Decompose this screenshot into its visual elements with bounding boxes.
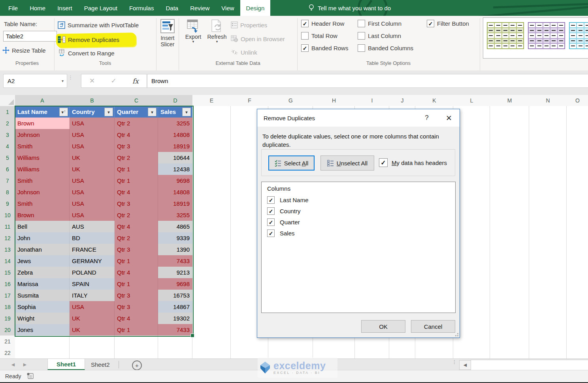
- cell-M10[interactable]: [490, 209, 529, 221]
- cell-M14[interactable]: [490, 255, 529, 267]
- column-header-E[interactable]: E: [192, 95, 231, 106]
- macro-record-icon[interactable]: [27, 373, 34, 379]
- sheet-tab-sheet2[interactable]: Sheet2: [82, 359, 119, 370]
- cell-A5[interactable]: Williams: [15, 152, 70, 164]
- cell-M22[interactable]: [490, 347, 529, 358]
- cell-B6[interactable]: UK: [70, 163, 115, 175]
- table-style-swatch-purple-table-style[interactable]: [528, 23, 565, 49]
- header-cell-quarter[interactable]: Quarter▾: [115, 106, 158, 118]
- cell-C5[interactable]: Qtr 2: [115, 152, 158, 164]
- cell-M18[interactable]: [490, 301, 529, 313]
- cell-C13[interactable]: Qtr 3: [115, 244, 158, 256]
- cell-A11[interactable]: Bell: [15, 221, 70, 233]
- ribbon-tab-design[interactable]: Design: [240, 0, 271, 16]
- cell-E22[interactable]: [192, 347, 231, 358]
- row-header-17[interactable]: 17: [0, 290, 16, 301]
- cell-A6[interactable]: Williams: [15, 163, 70, 175]
- style-option-header-row[interactable]: ✓Header Row: [301, 20, 344, 27]
- column-header-C[interactable]: C: [115, 95, 158, 107]
- row-header-19[interactable]: 19: [0, 313, 16, 324]
- row-header-10[interactable]: 10: [0, 209, 16, 221]
- column-header-N[interactable]: N: [529, 95, 567, 106]
- cell-M21[interactable]: [490, 336, 529, 347]
- cell-E8[interactable]: [192, 186, 231, 198]
- cell-D11[interactable]: 4865: [158, 221, 192, 233]
- cell-C17[interactable]: Qtr 3: [115, 290, 158, 301]
- cell-K22[interactable]: [415, 347, 453, 358]
- cell-M11[interactable]: [490, 221, 529, 233]
- dialog-resize-grip[interactable]: [454, 332, 458, 336]
- cell-D19[interactable]: 19302: [158, 313, 192, 324]
- remove-duplicates-button[interactable]: Remove Duplicates: [58, 34, 119, 45]
- cell-E21[interactable]: [192, 336, 231, 347]
- cell-E20[interactable]: [192, 324, 231, 336]
- cell-N19[interactable]: [529, 313, 567, 324]
- cell-A7[interactable]: Smith: [15, 175, 70, 187]
- cell-C9[interactable]: Qtr 3: [115, 198, 158, 210]
- ribbon-tab-file[interactable]: File: [2, 0, 24, 16]
- cell-E5[interactable]: [192, 152, 231, 164]
- cell-M12[interactable]: [490, 232, 529, 244]
- header-cell-last-name[interactable]: Last Name▾↑: [15, 106, 70, 118]
- cell-D2[interactable]: 3255: [158, 118, 192, 129]
- cell-M17[interactable]: [490, 290, 529, 301]
- dialog-column-item-sales[interactable]: ✓Sales: [267, 229, 295, 237]
- cell-E17[interactable]: [192, 290, 231, 301]
- cell-O4[interactable]: [567, 140, 588, 152]
- cell-A22[interactable]: [15, 347, 70, 358]
- table-style-swatch-green-table-style[interactable]: [487, 23, 524, 49]
- cell-C3[interactable]: Qtr 4: [115, 129, 158, 141]
- selection-fill-handle[interactable]: [190, 334, 194, 337]
- cell-M6[interactable]: [490, 163, 529, 175]
- cell-F22[interactable]: [231, 347, 268, 358]
- cell-B5[interactable]: UK: [70, 152, 115, 164]
- cell-C12[interactable]: Qtr 2: [115, 232, 158, 244]
- column-header-B[interactable]: B: [70, 95, 115, 107]
- cell-N10[interactable]: [529, 209, 567, 221]
- cell-A15[interactable]: Zebra: [15, 267, 70, 279]
- cell-E3[interactable]: [192, 129, 231, 141]
- cell-O6[interactable]: [567, 163, 588, 175]
- style-option-banded-rows[interactable]: ✓Banded Rows: [301, 44, 348, 52]
- refresh-button[interactable]: Refresh ▾: [205, 19, 228, 43]
- cell-O22[interactable]: [567, 347, 588, 358]
- cell-E13[interactable]: [192, 244, 231, 256]
- cell-N1[interactable]: [529, 106, 567, 118]
- cell-N16[interactable]: [529, 278, 567, 290]
- cell-D4[interactable]: 18919: [158, 140, 192, 152]
- cell-O15[interactable]: [567, 267, 588, 279]
- cell-C6[interactable]: Qtr 1: [115, 163, 158, 175]
- hscroll-track[interactable]: [471, 360, 588, 370]
- row-header-22[interactable]: 22: [0, 347, 15, 358]
- cell-B13[interactable]: FRANCE: [70, 244, 115, 256]
- cell-O13[interactable]: [567, 244, 588, 256]
- cell-O12[interactable]: [567, 232, 588, 244]
- ribbon-tab-review[interactable]: Review: [184, 0, 215, 16]
- my-data-has-headers-checkbox[interactable]: ✓ My data has headers: [379, 158, 447, 167]
- cell-J22[interactable]: [389, 347, 415, 358]
- cell-N12[interactable]: [529, 232, 567, 244]
- cell-M19[interactable]: [490, 313, 529, 324]
- cell-A9[interactable]: Smith: [15, 198, 70, 210]
- row-header-8[interactable]: 8: [0, 186, 16, 198]
- cell-D13[interactable]: 1390: [158, 244, 192, 256]
- unselect-all-button[interactable]: Unselect All: [320, 155, 374, 171]
- row-header-5[interactable]: 5: [0, 152, 16, 164]
- cell-H22[interactable]: [313, 347, 355, 358]
- ribbon-tab-view[interactable]: View: [215, 0, 240, 16]
- filter-dropdown-icon[interactable]: ▾: [148, 108, 156, 116]
- confirm-entry-icon[interactable]: ✓: [111, 77, 117, 85]
- row-header-3[interactable]: 3: [0, 129, 16, 141]
- summarize-pivottable-button[interactable]: Summarize with PivotTable: [58, 20, 139, 30]
- cell-E12[interactable]: [192, 232, 231, 244]
- new-sheet-button[interactable]: +: [132, 360, 142, 370]
- ribbon-tab-data[interactable]: Data: [160, 0, 184, 16]
- dialog-column-item-country[interactable]: ✓Country: [267, 207, 301, 215]
- cell-O2[interactable]: [567, 118, 588, 129]
- column-header-I[interactable]: I: [355, 95, 390, 106]
- cell-D6[interactable]: 12438: [158, 163, 192, 175]
- style-option-total-row[interactable]: Total Row: [301, 32, 337, 40]
- refresh-dropdown-arrow[interactable]: ▾: [216, 40, 218, 43]
- cell-N11[interactable]: [529, 221, 567, 233]
- filter-dropdown-icon[interactable]: ▾: [104, 108, 113, 116]
